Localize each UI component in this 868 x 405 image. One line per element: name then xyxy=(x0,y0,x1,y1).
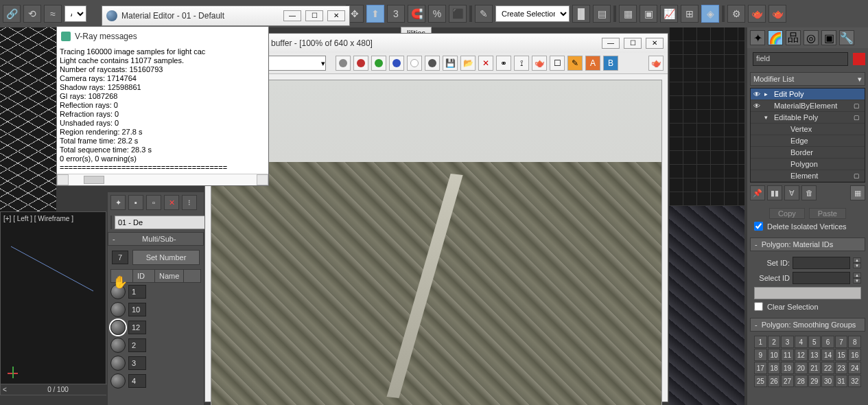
material-sphere-icon[interactable] xyxy=(110,338,126,353)
scroll-left-icon[interactable] xyxy=(57,174,69,185)
smoothing-group-button[interactable]: 7 xyxy=(835,336,848,348)
smoothing-group-button[interactable]: 30 xyxy=(821,375,834,387)
smoothing-group-button[interactable]: 20 xyxy=(795,362,808,374)
select-id-label[interactable]: Select ID xyxy=(754,274,790,282)
render-last-icon[interactable]: 🫖 xyxy=(648,56,664,71)
set-number-button[interactable]: Set Number xyxy=(132,250,200,265)
material-id-cell[interactable]: 4 xyxy=(128,374,146,388)
material-id-cell[interactable]: 2 xyxy=(128,338,146,352)
smoothing-groups-rollout-header[interactable]: -Polygon: Smoothing Groups xyxy=(750,318,865,332)
smoothing-group-button[interactable]: 31 xyxy=(835,375,848,387)
spinner-down-icon[interactable]: ▼ xyxy=(853,263,861,268)
layers-icon[interactable]: ▦ xyxy=(619,5,637,23)
clear-icon[interactable]: ✕ xyxy=(478,56,493,71)
render-viewport[interactable] xyxy=(211,80,662,405)
pin-icon[interactable]: ▢ xyxy=(854,114,862,121)
viewport-perspective[interactable] xyxy=(669,206,744,405)
smoothing-group-button[interactable]: 24 xyxy=(848,362,861,374)
select-id-input[interactable] xyxy=(793,272,850,284)
mirror-icon[interactable]: ▐▌ xyxy=(572,5,590,23)
smoothing-group-button[interactable]: 13 xyxy=(808,349,821,361)
filter-dropdown[interactable]: All xyxy=(64,5,86,22)
configure-icon[interactable]: ▦ xyxy=(850,185,865,200)
smoothing-group-button[interactable]: 2 xyxy=(768,336,781,348)
create-tab-icon[interactable]: ✦ xyxy=(750,30,765,45)
material-id-cell[interactable]: 1 xyxy=(128,285,146,299)
save-icon[interactable]: 💾 xyxy=(443,56,458,71)
smoothing-group-button[interactable]: 9 xyxy=(754,349,767,361)
maximize-button[interactable]: ☐ xyxy=(305,10,323,21)
close-button[interactable]: ✕ xyxy=(327,10,345,21)
modifier-list-dropdown[interactable]: Modifier List▾ xyxy=(750,72,865,86)
pin-stack-icon[interactable]: 📌 xyxy=(750,185,765,200)
object-color-swatch[interactable] xyxy=(853,53,865,65)
smoothing-group-button[interactable]: 22 xyxy=(821,362,834,374)
material-row[interactable]: 2 xyxy=(110,336,201,354)
object-name-input[interactable]: field xyxy=(753,52,848,66)
smoothing-group-button[interactable]: 23 xyxy=(835,362,848,374)
timeline-left-icon[interactable]: < xyxy=(1,386,9,393)
smoothing-group-button[interactable]: 11 xyxy=(781,349,794,361)
material-name-input[interactable] xyxy=(115,216,216,229)
three-icon[interactable]: 3 xyxy=(387,5,405,23)
smoothing-group-button[interactable]: 15 xyxy=(835,349,848,361)
multi-sub-header[interactable]: -Multi/Sub- xyxy=(108,232,204,246)
spinner-up-icon[interactable]: ▲ xyxy=(853,273,861,278)
render-setup-icon[interactable]: ⚙ xyxy=(727,5,745,23)
visibility-icon[interactable]: 👁 xyxy=(753,102,762,110)
correction-icon[interactable]: ✎ xyxy=(567,56,583,71)
track-mouse-icon[interactable]: ⟟ xyxy=(514,56,529,71)
expand-icon[interactable]: ▸ xyxy=(764,91,771,97)
make-unique-icon[interactable]: ∀ xyxy=(784,185,799,200)
modifier-stack-item[interactable]: Polygon xyxy=(751,159,865,170)
modifier-stack-item[interactable]: Edge xyxy=(751,135,865,147)
minimize-button[interactable]: — xyxy=(602,38,620,49)
vray-fb-titlebar[interactable]: V-Ray frame buffer - [100% of 640 x 480]… xyxy=(205,34,668,53)
vray-messages-scrollbar[interactable] xyxy=(57,174,268,185)
eyedropper-icon[interactable] xyxy=(110,216,112,229)
scroll-thumb[interactable] xyxy=(84,176,104,184)
material-row[interactable]: 3 xyxy=(110,354,201,372)
undo-icon[interactable]: ⟲ xyxy=(23,5,41,23)
smoothing-group-button[interactable]: 26 xyxy=(768,375,781,387)
put-icon[interactable]: ▫ xyxy=(146,195,161,210)
material-id-cell[interactable]: 10 xyxy=(128,303,146,316)
spinner-down-icon[interactable]: ▼ xyxy=(853,278,861,284)
hierarchy-tab-icon[interactable]: 品 xyxy=(786,30,801,45)
smoothing-group-button[interactable]: 6 xyxy=(821,336,834,348)
link-pdplayer-icon[interactable]: ⚭ xyxy=(496,56,511,71)
modify-tab-icon[interactable]: 🌈 xyxy=(768,30,783,45)
remove-mod-icon[interactable]: 🗑 xyxy=(801,185,817,200)
material-editor-titlebar[interactable]: Material Editor - 01 - Default — ☐ ✕ xyxy=(102,6,349,25)
smoothing-group-button[interactable]: 18 xyxy=(768,362,781,374)
curve-editor-icon[interactable]: 📈 xyxy=(660,5,678,23)
timeline-bar[interactable]: < 0 / 100 xyxy=(1,384,107,395)
delete-icon[interactable]: ✕ xyxy=(164,195,179,210)
magnet-icon[interactable]: 🧲 xyxy=(408,5,425,23)
expand-icon[interactable]: ▾ xyxy=(764,114,771,121)
smoothing-group-button[interactable]: 21 xyxy=(808,362,821,374)
smoothing-group-button[interactable]: 27 xyxy=(781,375,794,387)
layer-manage-icon[interactable]: ▣ xyxy=(640,5,657,23)
close-button[interactable]: ✕ xyxy=(646,38,664,49)
smoothing-group-button[interactable]: 4 xyxy=(795,336,808,348)
smoothing-group-button[interactable]: 17 xyxy=(754,362,767,374)
scroll-right-icon[interactable] xyxy=(257,174,268,185)
material-sphere-icon[interactable] xyxy=(110,356,126,371)
smoothing-group-button[interactable]: 19 xyxy=(781,362,794,374)
percent-icon[interactable]: % xyxy=(428,5,446,23)
material-ids-rollout-header[interactable]: -Polygon: Material IDs xyxy=(750,238,865,251)
channel-red-icon[interactable] xyxy=(353,56,368,71)
modifier-stack-item[interactable]: Element▢ xyxy=(751,170,865,182)
clear-selection-checkbox[interactable] xyxy=(754,302,763,311)
modifier-stack-item[interactable]: 👁MaterialByElement▢ xyxy=(751,100,865,112)
stop-icon[interactable]: ☐ xyxy=(550,56,565,71)
maximize-button[interactable]: ☐ xyxy=(624,38,642,49)
channel-blue-icon[interactable] xyxy=(389,56,404,71)
material-id-cell[interactable]: 12 xyxy=(128,321,146,334)
material-sphere-icon[interactable] xyxy=(110,373,126,389)
smoothing-group-button[interactable]: 14 xyxy=(821,349,834,361)
display-tab-icon[interactable]: ▣ xyxy=(821,30,836,45)
set-number-input[interactable] xyxy=(112,251,128,264)
pin-icon[interactable]: ▢ xyxy=(854,172,862,179)
